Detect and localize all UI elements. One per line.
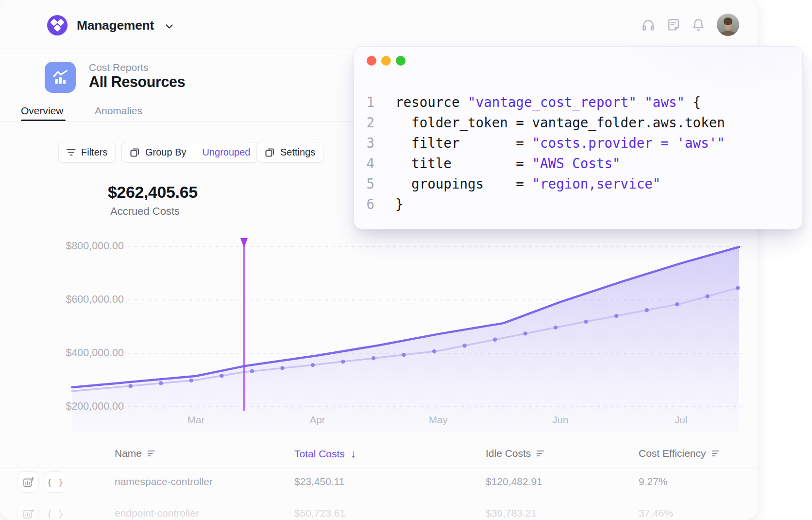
settings-label: Settings (280, 147, 315, 158)
column-header-idle-costs[interactable]: Idle Costs (486, 448, 544, 459)
line-number: 5 (354, 173, 374, 194)
workspace-name: Management (77, 18, 154, 33)
braces-icon: { } (47, 477, 64, 487)
accrued-costs-amount: $262,405.65 (108, 183, 198, 202)
resource-name: endpoint-controller (115, 507, 199, 519)
column-label: Cost Efficiency (639, 448, 706, 459)
notifications-button[interactable] (692, 18, 705, 32)
data-point (159, 381, 163, 385)
group-by-button[interactable]: Group By Ungrouped (121, 142, 258, 163)
sort-icon (537, 450, 544, 457)
column-header-total-costs[interactable]: Total Costs ↓ (294, 448, 356, 460)
button-separator (194, 147, 194, 158)
idle-costs-value: $120,482.91 (486, 476, 542, 487)
line-number: 4 (354, 153, 374, 173)
column-header-name[interactable]: Name (115, 448, 155, 459)
page-title: All Resources (89, 73, 185, 90)
code-window-titlebar (354, 47, 802, 75)
data-point (675, 302, 679, 306)
code-line: 3 filter = "costs.provider = 'aws'" (354, 133, 802, 153)
data-point (493, 338, 497, 342)
cost-chart (0, 224, 758, 433)
code-content: 1resource "vantage_cost_report" "aws" {2… (354, 75, 802, 214)
data-point (372, 356, 375, 360)
table-top-divider (0, 439, 758, 439)
data-point (129, 384, 133, 388)
data-point (523, 331, 527, 335)
data-point (584, 320, 588, 324)
chart-add-icon (22, 508, 34, 520)
code-line: 4 title = "AWS Costs" (354, 153, 802, 173)
accrued-costs-label: Accrued Costs (110, 205, 180, 218)
column-label: Total Costs (294, 448, 345, 460)
cost-efficiency-value: 37.46% (639, 507, 673, 519)
chart-add-icon (22, 476, 34, 488)
code-line: 6} (354, 194, 802, 214)
settings-button[interactable]: Settings (256, 142, 323, 163)
total-costs-value: $50,723.61 (294, 507, 345, 519)
top-bar: Management (0, 0, 758, 49)
data-point (311, 363, 315, 367)
tab-overview[interactable]: Overview (21, 105, 64, 117)
view-code-button[interactable]: { } (45, 503, 66, 520)
open-report-button[interactable] (17, 471, 39, 493)
braces-icon: { } (47, 509, 64, 519)
line-number: 6 (354, 194, 374, 214)
data-point (402, 353, 406, 357)
code-line: 5 groupings = "region,service" (354, 173, 802, 194)
layers-icon (130, 147, 140, 157)
total-costs-value: $23,450.11 (294, 476, 345, 487)
workspace-switcher[interactable]: Management (47, 14, 173, 36)
report-icon-tile (45, 62, 76, 93)
group-by-label: Group By (145, 147, 186, 158)
data-point (280, 366, 284, 370)
vantage-logo-icon (47, 15, 68, 35)
data-point (341, 360, 345, 364)
close-button[interactable] (367, 56, 376, 66)
filter-icon (67, 148, 76, 156)
data-point (645, 308, 649, 312)
column-header-cost-efficiency[interactable]: Cost Efficiency (639, 448, 720, 459)
support-button[interactable] (642, 18, 655, 32)
group-by-value: Ungrouped (202, 147, 250, 158)
screenshot-stage: Management (0, 0, 812, 520)
layers-icon (265, 147, 275, 157)
data-point (614, 314, 618, 318)
data-point (462, 344, 466, 347)
data-point (736, 286, 740, 290)
table-row[interactable]: { }endpoint-controller$50,723.61$39,783.… (0, 499, 758, 520)
cost-report-chart-icon (52, 69, 68, 86)
code-editor-window: 1resource "vantage_cost_report" "aws" {2… (354, 46, 803, 229)
sort-icon (712, 450, 720, 457)
line-number: 3 (354, 133, 374, 153)
headphones-icon (642, 18, 655, 32)
view-code-button[interactable]: { } (45, 471, 66, 493)
tab-anomalies[interactable]: Anomalies (95, 105, 142, 117)
data-point (189, 379, 193, 382)
data-point (432, 349, 436, 353)
sort-desc-icon: ↓ (351, 448, 356, 460)
user-avatar[interactable] (717, 14, 739, 36)
line-number: 1 (354, 92, 374, 112)
resource-name: namespace-controller (115, 476, 213, 487)
notes-icon (667, 18, 680, 32)
filters-label: Filters (81, 147, 107, 158)
table-row[interactable]: { }namespace-controller$23,450.11$120,48… (0, 468, 758, 496)
filters-button[interactable]: Filters (58, 142, 116, 163)
code-line: 2 folder_token = vantage_folder.aws.toke… (354, 112, 802, 133)
code-line: 1resource "vantage_cost_report" "aws" { (354, 92, 802, 112)
data-point (220, 374, 223, 378)
open-report-button[interactable] (17, 503, 39, 520)
data-point (706, 295, 710, 298)
sort-icon (148, 450, 155, 457)
line-number: 2 (354, 112, 374, 133)
zoom-button[interactable] (396, 56, 406, 66)
data-point (554, 326, 558, 329)
minimize-button[interactable] (381, 56, 391, 66)
scrubber-handle[interactable] (240, 238, 248, 248)
breadcrumb: Cost Reports (89, 62, 149, 73)
idle-costs-value: $39,783.21 (486, 507, 537, 519)
column-label: Idle Costs (486, 448, 531, 459)
docs-button[interactable] (667, 18, 680, 32)
chevron-down-icon (166, 24, 173, 29)
